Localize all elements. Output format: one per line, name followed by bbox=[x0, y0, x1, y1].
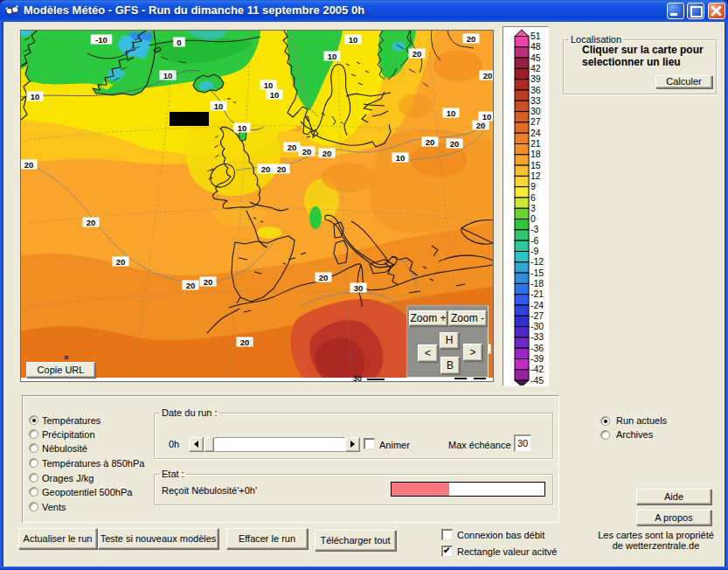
svg-text:10: 10 bbox=[31, 92, 40, 101]
svg-text:-9: -9 bbox=[530, 246, 538, 256]
svg-text:20: 20 bbox=[413, 49, 422, 59]
svg-text:15: 15 bbox=[530, 160, 541, 170]
svg-text:20: 20 bbox=[277, 164, 287, 174]
svg-text:-45: -45 bbox=[530, 375, 544, 386]
svg-text:20: 20 bbox=[450, 139, 460, 149]
svg-text:20: 20 bbox=[426, 137, 435, 147]
svg-text:10: 10 bbox=[270, 90, 280, 100]
svg-text:18: 18 bbox=[530, 149, 541, 159]
svg-text:20: 20 bbox=[483, 71, 493, 80]
svg-text:10: 10 bbox=[396, 153, 406, 163]
svg-text:3: 3 bbox=[530, 203, 536, 213]
svg-text:0: 0 bbox=[177, 38, 181, 47]
svg-text:10: 10 bbox=[163, 71, 173, 80]
svg-text:20: 20 bbox=[116, 257, 126, 267]
svg-text:9: 9 bbox=[530, 181, 536, 191]
svg-text:20: 20 bbox=[87, 218, 96, 227]
svg-text:30: 30 bbox=[354, 283, 364, 293]
svg-text:45: 45 bbox=[530, 52, 541, 63]
svg-text:-24: -24 bbox=[530, 300, 544, 310]
svg-text:30: 30 bbox=[530, 106, 541, 116]
svg-text:20: 20 bbox=[288, 142, 297, 152]
svg-text:-30: -30 bbox=[530, 321, 544, 331]
svg-text:20: 20 bbox=[319, 273, 329, 282]
svg-text:-15: -15 bbox=[530, 268, 544, 278]
svg-text:30: 30 bbox=[353, 374, 362, 381]
svg-text:10: 10 bbox=[349, 35, 358, 45]
svg-text:-3: -3 bbox=[530, 224, 538, 234]
svg-text:-36: -36 bbox=[530, 343, 544, 353]
svg-text:-12: -12 bbox=[530, 256, 544, 267]
svg-text:27: 27 bbox=[530, 116, 541, 127]
svg-text:39: 39 bbox=[530, 73, 541, 84]
svg-text:-21: -21 bbox=[530, 288, 544, 299]
svg-text:-42: -42 bbox=[530, 364, 544, 374]
svg-text:33: 33 bbox=[530, 95, 541, 106]
svg-text:0: 0 bbox=[530, 213, 536, 224]
svg-text:42: 42 bbox=[530, 63, 541, 73]
svg-text:12: 12 bbox=[530, 170, 541, 181]
svg-text:-27: -27 bbox=[530, 310, 544, 321]
svg-text:6: 6 bbox=[530, 192, 536, 203]
svg-text:10: 10 bbox=[238, 123, 247, 133]
svg-text:-18: -18 bbox=[530, 278, 544, 288]
svg-text:-33: -33 bbox=[530, 331, 544, 342]
svg-text:20: 20 bbox=[204, 277, 213, 287]
svg-text:-39: -39 bbox=[530, 353, 544, 364]
svg-text:24: 24 bbox=[530, 128, 541, 138]
svg-text:10: 10 bbox=[328, 52, 337, 61]
svg-text:20: 20 bbox=[476, 121, 486, 130]
svg-text:20: 20 bbox=[24, 160, 34, 170]
svg-text:21: 21 bbox=[530, 138, 541, 149]
svg-text:10: 10 bbox=[264, 80, 274, 90]
svg-text:20: 20 bbox=[186, 281, 196, 290]
svg-text:10: 10 bbox=[214, 101, 224, 111]
svg-text:20: 20 bbox=[467, 34, 476, 44]
svg-text:-6: -6 bbox=[530, 235, 538, 246]
svg-text:20: 20 bbox=[261, 164, 271, 174]
svg-text:-10: -10 bbox=[95, 35, 107, 45]
svg-text:51: 51 bbox=[530, 31, 541, 41]
svg-text:20: 20 bbox=[322, 149, 332, 158]
svg-text:36: 36 bbox=[530, 85, 541, 95]
svg-text:20: 20 bbox=[240, 337, 250, 347]
svg-text:10: 10 bbox=[447, 108, 456, 118]
svg-text:48: 48 bbox=[530, 41, 541, 52]
svg-text:20: 20 bbox=[302, 147, 312, 156]
